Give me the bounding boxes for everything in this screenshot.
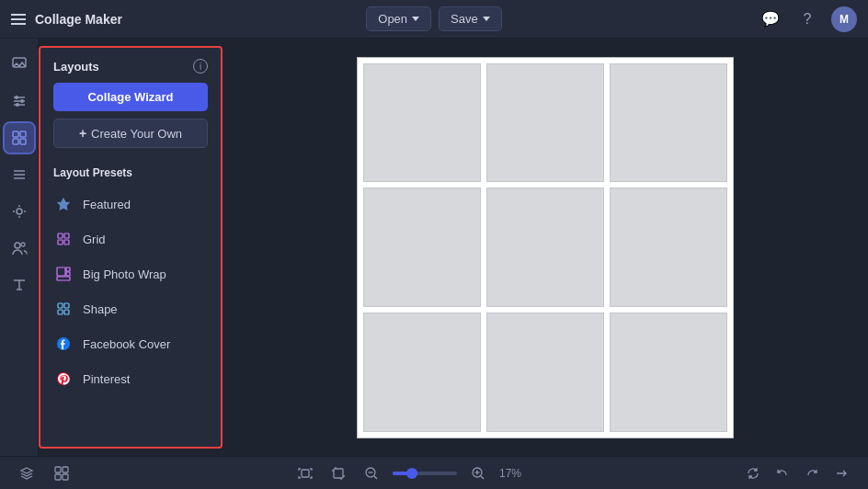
fit-width-icon-button[interactable] xyxy=(293,461,317,485)
svg-rect-37 xyxy=(334,469,343,478)
canvas-cell xyxy=(610,313,727,432)
zoom-out-icon-button[interactable] xyxy=(360,461,383,485)
layouts-title: Layouts xyxy=(53,60,99,74)
svg-rect-9 xyxy=(13,139,18,144)
open-label: Open xyxy=(378,12,407,26)
svg-point-2 xyxy=(15,96,18,99)
svg-marker-17 xyxy=(58,199,69,210)
preset-item-pinterest[interactable]: Pinterest xyxy=(40,361,221,396)
svg-rect-34 xyxy=(55,474,61,480)
preset-label-facebook: Facebook Cover xyxy=(83,337,170,351)
preset-item-bigphoto[interactable]: Big Photo Wrap xyxy=(40,256,221,291)
svg-rect-27 xyxy=(64,303,69,308)
canvas-board xyxy=(357,57,734,438)
svg-point-14 xyxy=(17,209,22,214)
sidebar-item-effects[interactable] xyxy=(5,197,34,226)
zoom-thumb[interactable] xyxy=(406,468,417,479)
preset-item-facebook[interactable]: Facebook Cover xyxy=(40,326,221,361)
svg-rect-18 xyxy=(58,233,63,238)
hamburger-icon[interactable] xyxy=(11,14,26,25)
chat-icon-button[interactable]: 💬 xyxy=(758,6,783,32)
canvas-cell xyxy=(610,63,727,183)
preset-label-featured: Featured xyxy=(83,198,131,211)
help-icon-button[interactable]: ? xyxy=(794,6,820,32)
canvas-cell xyxy=(363,313,481,432)
bottom-center: 17% xyxy=(293,461,521,485)
svg-rect-36 xyxy=(302,470,309,477)
canvas-cell xyxy=(486,313,604,432)
bottom-right xyxy=(741,461,853,485)
svg-rect-22 xyxy=(57,267,65,276)
preset-label-pinterest: Pinterest xyxy=(83,372,130,386)
canvas-cell xyxy=(363,63,481,183)
preset-icon-featured xyxy=(53,194,74,214)
sidebar-item-adjustments[interactable] xyxy=(5,86,34,116)
preset-icon-bigphoto xyxy=(53,264,74,284)
save-button[interactable]: Save xyxy=(439,6,502,31)
preset-label-grid: Grid xyxy=(83,233,106,246)
preset-list: FeaturedGridBig Photo WrapShapeFacebook … xyxy=(40,187,221,396)
canvas-area xyxy=(223,39,868,456)
preset-icon-shape xyxy=(53,299,74,319)
refresh-icon-button[interactable] xyxy=(741,461,765,485)
svg-rect-19 xyxy=(64,233,69,238)
bottom-bar: 17% xyxy=(0,456,868,489)
save-label: Save xyxy=(451,12,478,26)
topbar-right: 💬 ? M xyxy=(502,6,857,32)
preset-label-shape: Shape xyxy=(83,302,118,316)
sidebar-item-person[interactable] xyxy=(5,50,34,79)
topbar: Collage Maker Open Save 💬 ? M xyxy=(0,0,868,39)
svg-rect-28 xyxy=(58,310,63,314)
sidebar-item-layouts[interactable] xyxy=(5,123,34,153)
grid-view-icon-button[interactable] xyxy=(50,461,74,485)
layers-icon-button[interactable] xyxy=(15,461,39,485)
sidebar-item-users[interactable] xyxy=(5,233,34,263)
svg-rect-20 xyxy=(58,240,63,244)
undo-icon-button[interactable] xyxy=(771,461,794,485)
preset-item-grid[interactable]: Grid xyxy=(40,222,221,256)
preset-icon-grid xyxy=(53,229,74,249)
sidebar-item-text[interactable] xyxy=(5,270,34,300)
svg-rect-26 xyxy=(58,303,63,308)
create-own-label: Create Your Own xyxy=(91,127,182,141)
canvas-cell xyxy=(486,63,604,183)
svg-rect-10 xyxy=(20,139,26,144)
info-icon[interactable]: i xyxy=(193,59,208,74)
preset-item-shape[interactable]: Shape xyxy=(40,291,221,326)
create-own-button[interactable]: + Create Your Own xyxy=(53,119,208,148)
avatar[interactable]: M xyxy=(831,6,857,32)
svg-rect-29 xyxy=(64,310,69,314)
svg-line-44 xyxy=(481,476,484,479)
topbar-center: Open Save xyxy=(366,6,501,31)
save-chevron-icon xyxy=(483,17,490,21)
preset-label-bigphoto: Big Photo Wrap xyxy=(83,267,166,281)
zoom-percent: 17% xyxy=(499,467,521,480)
collage-wizard-button[interactable]: Collage Wizard xyxy=(53,83,208,111)
forward-icon-button[interactable] xyxy=(829,461,853,485)
zoom-slider[interactable] xyxy=(393,472,457,475)
svg-rect-21 xyxy=(64,240,69,244)
preset-icon-pinterest xyxy=(53,369,74,389)
svg-rect-25 xyxy=(57,277,70,280)
layouts-panel: Layouts i Collage Wizard + Create Your O… xyxy=(39,46,223,449)
open-chevron-icon xyxy=(412,17,419,21)
plus-icon: + xyxy=(79,126,86,141)
svg-rect-24 xyxy=(66,272,70,276)
svg-point-15 xyxy=(15,243,20,248)
svg-rect-35 xyxy=(63,474,68,480)
svg-point-4 xyxy=(20,99,24,103)
redo-icon-button[interactable] xyxy=(800,461,824,485)
svg-rect-32 xyxy=(55,467,61,472)
svg-rect-8 xyxy=(20,131,26,137)
svg-point-16 xyxy=(21,243,25,246)
sidebar-item-list[interactable] xyxy=(5,160,34,189)
topbar-left: Collage Maker xyxy=(11,12,366,27)
zoom-in-icon-button[interactable] xyxy=(466,461,490,485)
svg-line-40 xyxy=(374,476,377,479)
layout-presets-label: Layout Presets xyxy=(40,161,221,187)
svg-point-6 xyxy=(16,103,19,107)
open-button[interactable]: Open xyxy=(366,6,431,31)
preset-item-featured[interactable]: Featured xyxy=(40,187,221,222)
bottom-left xyxy=(15,461,74,485)
crop-icon-button[interactable] xyxy=(326,461,350,485)
